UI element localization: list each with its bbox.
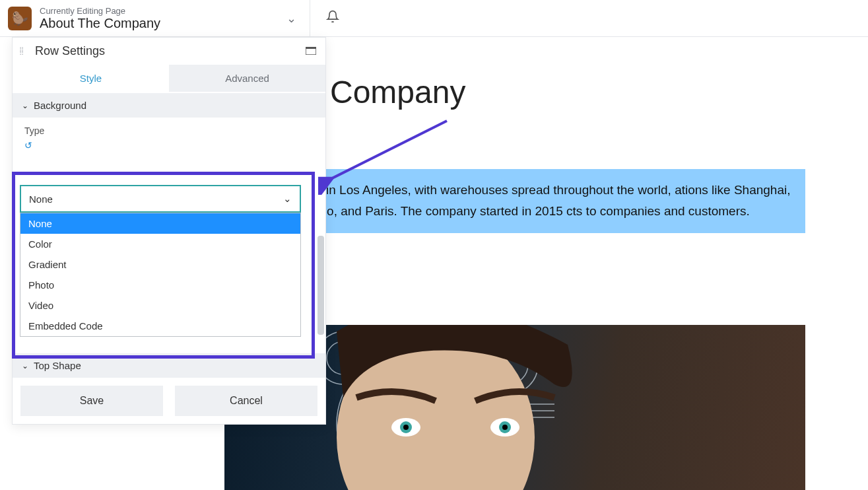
app-logo[interactable]: 🦫 xyxy=(8,7,32,30)
scrollbar[interactable] xyxy=(317,236,324,335)
chevron-down-icon: ⌄ xyxy=(22,361,28,370)
svg-point-16 xyxy=(502,425,508,430)
dropdown-option-photo[interactable]: Photo xyxy=(20,275,300,295)
panel-buttons: Save Cancel xyxy=(13,378,325,424)
settings-tabs: Style Advanced xyxy=(13,65,325,92)
type-dropdown: None ⌄ None Color Gradient Photo Video E… xyxy=(20,185,301,337)
page-title: About The Company xyxy=(40,16,160,31)
top-bar-left: 🦫 Currently Editing Page About The Compa… xyxy=(0,0,310,36)
cancel-button[interactable]: Cancel xyxy=(175,386,317,416)
panel-title: Row Settings xyxy=(35,44,306,58)
section-top-shape[interactable]: ⌄ Top Shape xyxy=(13,353,325,378)
top-bar: 🦫 Currently Editing Page About The Compa… xyxy=(0,0,868,37)
dropdown-selected: None xyxy=(29,193,53,205)
dropdown-option-color[interactable]: Color xyxy=(20,234,300,254)
tab-advanced[interactable]: Advanced xyxy=(169,65,325,92)
type-dropdown-list: None Color Gradient Photo Video Embedded… xyxy=(20,213,301,337)
type-dropdown-button[interactable]: None ⌄ xyxy=(20,185,301,213)
dropdown-option-video[interactable]: Video xyxy=(20,295,300,316)
editing-label: Currently Editing Page xyxy=(40,6,160,16)
page-meta[interactable]: Currently Editing Page About The Company xyxy=(40,6,160,31)
panel-header[interactable]: ⠿⠿ Row Settings xyxy=(13,38,325,65)
window-icon[interactable] xyxy=(306,46,316,57)
reset-icon[interactable]: ↺ xyxy=(24,140,32,151)
bell-icon[interactable] xyxy=(310,10,339,26)
chevron-down-icon[interactable]: ⌄ xyxy=(286,11,296,26)
dropdown-option-gradient[interactable]: Gradient xyxy=(20,254,300,275)
section-label: Top Shape xyxy=(34,360,81,371)
dropdown-option-embedded-code[interactable]: Embedded Code xyxy=(20,316,300,336)
field-type: Type ↺ xyxy=(13,118,325,154)
page-heading: Company xyxy=(330,74,465,110)
section-label: Background xyxy=(34,100,86,111)
drag-handle-icon[interactable]: ⠿⠿ xyxy=(19,48,28,55)
save-button[interactable]: Save xyxy=(20,386,163,416)
svg-rect-18 xyxy=(306,47,316,49)
tab-style[interactable]: Style xyxy=(13,65,169,92)
dropdown-option-none[interactable]: None xyxy=(20,213,300,234)
type-label: Type xyxy=(24,125,314,136)
chevron-down-icon: ⌄ xyxy=(283,193,292,205)
section-background[interactable]: ⌄ Background xyxy=(13,93,325,118)
chevron-down-icon: ⌄ xyxy=(22,101,28,110)
svg-point-13 xyxy=(403,425,409,430)
